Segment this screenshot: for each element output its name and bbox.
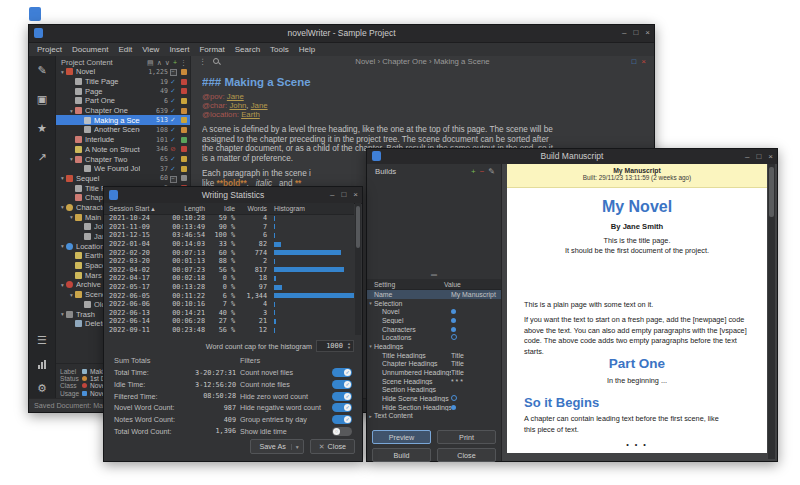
outline-list-icon[interactable]: ☰ [29, 328, 55, 352]
setting-headings[interactable]: ▾Headings [367, 342, 501, 351]
setting-characters[interactable]: Characters [367, 325, 501, 334]
move-down-icon[interactable]: ∨ [165, 58, 170, 67]
menu-document[interactable]: Document [67, 43, 113, 56]
stats-row-2022-06-05[interactable]: 2022-06-0500:11:226 %1,344 [104, 291, 354, 300]
tree-item-a-note-on-structure[interactable]: A Note on Structure346⊘ [56, 145, 190, 155]
toggle-show-idle-time[interactable]: ○ [332, 427, 352, 436]
project-view-icon[interactable]: ▣ [29, 85, 55, 114]
column-idle[interactable]: Idle [205, 205, 235, 212]
tree-item-title-page[interactable]: Title Page19✓ [56, 77, 190, 87]
novel-view-icon[interactable]: ★ [29, 114, 55, 143]
tree-menu-icon[interactable]: ⋮ [180, 58, 187, 67]
new-document-icon[interactable]: ✎ [29, 56, 55, 85]
column-length[interactable]: Length [165, 205, 205, 212]
close-button[interactable]: × [353, 187, 358, 203]
menu-search[interactable]: Search [230, 43, 265, 56]
tree-item-part-one[interactable]: Part One6✓ [56, 96, 190, 106]
stats-scrollbar-handle[interactable] [356, 206, 360, 248]
menu-project[interactable]: Project [32, 43, 67, 56]
minimize-button[interactable]: – [330, 187, 334, 203]
stats-row-2021-10-24[interactable]: 2021-10-2400:10:2859 %4 [104, 214, 354, 223]
menu-format[interactable]: Format [194, 43, 229, 56]
quick-link-icon[interactable]: ▤ [147, 58, 154, 67]
save-as-dropdown-icon[interactable]: ▼ [291, 444, 300, 450]
add-item-icon[interactable]: + [173, 58, 177, 67]
setting-name[interactable]: NameMy Manuscript [367, 290, 501, 299]
stats-row-2021-11-09[interactable]: 2021-11-0900:13:4990 %7 [104, 223, 354, 232]
stats-row-2022-06-06[interactable]: 2022-06-0600:10:167 %4 [104, 300, 354, 309]
build-titlebar[interactable]: Build Manuscript –□× [367, 149, 777, 165]
build-button[interactable]: Build [372, 448, 431, 462]
close-document-icon[interactable]: × [641, 57, 646, 66]
tag-value[interactable]: Jane [251, 101, 268, 110]
tree-item-interlude[interactable]: Interlude101✓ [56, 135, 190, 145]
preview-scrollbar-handle[interactable] [769, 167, 774, 217]
main-titlebar[interactable]: novelWriter - Sample Project –□× [29, 25, 654, 43]
tree-item-making-a-scene[interactable]: Making a Scene513✓ [56, 115, 190, 125]
histogram-cap-spinner[interactable]: 1000 ▲▼ [316, 340, 354, 352]
print-button[interactable]: Print [437, 430, 496, 444]
tag-value[interactable]: John [229, 101, 246, 110]
stats-scrollbar[interactable] [355, 203, 361, 335]
setting-hide-scene-headings[interactable]: Hide Scene Headings [367, 394, 501, 403]
close-button[interactable]: × [645, 25, 650, 41]
tree-item-novel[interactable]: ▾Novel1,225– [56, 67, 190, 77]
stats-row-2022-04-17[interactable]: 2022-04-1700:02:180 %18 [104, 274, 354, 283]
setting-novel[interactable]: Novel [367, 307, 501, 316]
stats-row-2022-06-14[interactable]: 2022-06-1400:06:2827 %21 [104, 317, 354, 326]
toggle-hide-negative-word-count[interactable]: ✓ [332, 403, 352, 412]
splitter-handle[interactable]: ▬ [367, 271, 501, 277]
setting-text-content[interactable]: ▸Text Content [367, 412, 501, 421]
toggle-hide-zero-word-count[interactable]: ✓ [332, 392, 352, 401]
settings-gear-icon[interactable]: ⚙ [29, 376, 55, 400]
setting-title-headings[interactable]: Title HeadingsTitle [367, 351, 501, 360]
remove-build-icon[interactable]: − [480, 167, 485, 177]
close-stats-button[interactable]: ✕ Close [310, 439, 355, 454]
move-up-icon[interactable]: ∧ [157, 58, 162, 67]
close-build-button[interactable]: Close [437, 448, 496, 462]
setting-locations[interactable]: Locations [367, 333, 501, 342]
setting-selection[interactable]: ▾Selection [367, 299, 501, 308]
stats-row-2021-12-15[interactable]: 2021-12-1503:46:54100 %6 [104, 231, 354, 240]
stats-titlebar[interactable]: Writing Statistics –□× [104, 187, 362, 204]
setting-hide-section-headings[interactable]: Hide Section Headings [367, 403, 501, 412]
setting-sequel[interactable]: Sequel [367, 316, 501, 325]
spinner-arrows-icon[interactable]: ▲▼ [345, 342, 353, 350]
setting-chapter-headings[interactable]: Chapter HeadingsTitle [367, 360, 501, 369]
setting-scene-headings[interactable]: Scene Headings* * * [367, 377, 501, 386]
column-words[interactable]: Words [235, 205, 267, 212]
save-as-button[interactable]: Save As ▼ [250, 439, 303, 454]
stats-row-2022-09-11[interactable]: 2022-09-1100:23:4856 %12 [104, 326, 354, 335]
tag-value[interactable]: Earth [241, 110, 260, 119]
stats-row-2022-05-17[interactable]: 2022-05-1700:13:280 %97 [104, 283, 354, 292]
maximize-button[interactable]: □ [756, 149, 761, 165]
stats-row-2022-04-02[interactable]: 2022-04-0200:07:2356 %817 [104, 266, 354, 275]
writing-stats-icon[interactable] [29, 352, 55, 376]
menu-insert[interactable]: Insert [164, 43, 194, 56]
stats-row-2022-06-13[interactable]: 2022-06-1300:14:2140 %3 [104, 309, 354, 318]
add-build-icon[interactable]: + [471, 167, 476, 177]
column-session-start[interactable]: Session Start ▴ [104, 205, 165, 213]
manuscript-build-icon[interactable]: ↗ [29, 143, 55, 172]
tag-value[interactable]: Jane [227, 92, 244, 101]
toggle-count-note-files[interactable]: ✓ [332, 380, 352, 389]
minimize-button[interactable]: – [745, 149, 749, 165]
tree-item-another-scene[interactable]: Another Scene108✓ [56, 125, 190, 135]
toggle-count-novel-files[interactable]: ✓ [332, 368, 352, 377]
setting-unnumbered-headings[interactable]: Unnumbered HeadingsTitle [367, 368, 501, 377]
edit-build-icon[interactable]: ✎ [488, 167, 495, 177]
setting-section-headings[interactable]: Section Headings [367, 386, 501, 395]
tree-item-chapter-two[interactable]: ▾Chapter Two65✓ [56, 154, 190, 164]
maximize-button[interactable]: □ [341, 187, 346, 203]
preview-button[interactable]: Preview [372, 430, 431, 444]
maximize-button[interactable]: □ [633, 25, 638, 41]
toggle-group-entries-by-day[interactable]: ✓ [332, 415, 352, 424]
minimize-button[interactable]: – [622, 25, 626, 41]
preview-scrollbar[interactable] [768, 164, 775, 459]
menu-view[interactable]: View [137, 43, 164, 56]
menu-edit[interactable]: Edit [113, 43, 137, 56]
maximize-editor-icon[interactable]: □ [632, 57, 637, 66]
tree-item-chapter-one[interactable]: ▾Chapter One639✓ [56, 106, 190, 116]
tree-item-page[interactable]: Page49✓ [56, 86, 190, 96]
stats-row-2022-03-20[interactable]: 2022-03-2000:01:1388 %2 [104, 257, 354, 266]
